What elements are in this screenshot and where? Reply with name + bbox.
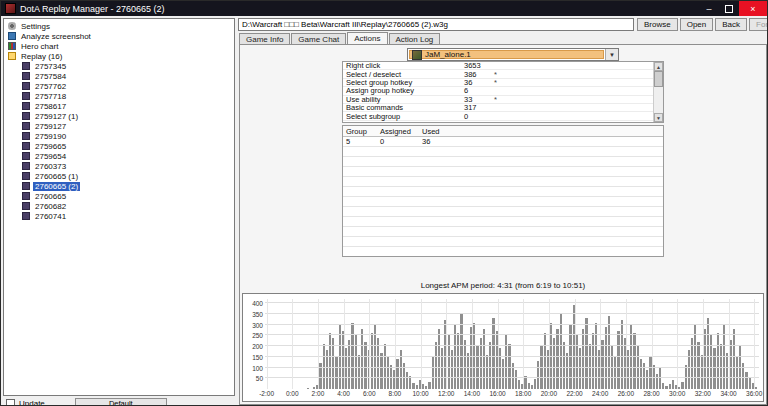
apm-bar [646,370,648,389]
sidebar-item-hero-chart[interactable]: Hero chart [4,41,234,51]
replay-item[interactable]: 2759665 [4,141,234,151]
groups-empty-row [343,187,663,197]
apm-bar [380,353,382,389]
maximize-button[interactable] [719,1,739,16]
stat-mark: * [494,95,506,104]
replay-item[interactable]: 2759190 [4,131,234,141]
replay-file-icon [22,82,30,90]
apm-bar [544,333,546,389]
replay-file-icon [22,152,30,160]
replay-item[interactable]: 2757762 [4,81,234,91]
apm-bar [665,386,667,389]
replay-item[interactable]: 2757345 [4,61,234,71]
back-button[interactable]: Back [715,18,747,31]
replay-item-label: 2760665 (1) [33,172,80,181]
replay-file-icon [22,122,30,130]
sidebar-item-replay-folder[interactable]: Replay (16) [4,51,234,61]
groups-empty-row [343,247,663,257]
stat-label: Give item / drop item [343,120,464,122]
y-axis-tick-label: 100 [245,364,263,371]
groups-header-cell: Group [343,127,380,136]
chart-icon [8,42,16,50]
x-axis-tick-label: 32:00 [695,390,711,397]
apm-bar [576,335,578,389]
groups-header-cell: Assigned [380,127,422,136]
player-select-value: JaM_alone.1 [409,50,604,59]
x-axis-tick-label: 6:00 [363,390,376,397]
groups-table: GroupAssignedUsed 5036 [342,125,664,257]
y-axis-tick-label: 200 [245,343,263,350]
scroll-track[interactable] [654,87,663,113]
groups-cell: 5 [343,137,380,146]
groups-empty-row [343,217,663,227]
apm-bar [483,329,485,389]
x-axis-tick-label: 8:00 [389,390,402,397]
apm-bar [614,357,616,389]
stat-mark: * [494,78,506,87]
title-bar: DotA Replay Manager - 2760665 (2) – × [1,1,767,16]
apm-bar [672,380,674,389]
groups-empty-row [343,197,663,207]
tab-action-log[interactable]: Action Log [389,33,441,44]
apm-bar [534,379,536,389]
apm-bar [579,348,581,389]
replay-item[interactable]: 2760665 (1) [4,171,234,181]
stats-scrollbar[interactable]: ▲ ▼ [653,62,663,122]
replay-item[interactable]: 2759127 [4,121,234,131]
apm-bar [422,384,424,389]
close-button[interactable]: × [739,1,767,16]
open-button[interactable]: Open [680,18,714,31]
minimize-button[interactable]: – [699,1,719,16]
browse-button[interactable]: Browse [637,18,678,31]
replay-path-input[interactable] [238,18,634,31]
replay-file-icon [22,142,30,150]
scroll-down-icon[interactable]: ▼ [654,113,663,122]
apm-bar [355,335,357,389]
replay-file-icon [22,102,30,110]
apm-bar [425,386,427,389]
scroll-up-icon[interactable]: ▲ [654,62,663,71]
player-select[interactable]: JaM_alone.1 ▼ [407,48,619,61]
sidebar-item-analyze-screenshot[interactable]: Analyze screenshot [4,31,234,41]
toolbar-buttons: BrowseOpenBackForward [637,18,768,31]
replay-item[interactable]: 2759127 (1) [4,111,234,121]
replay-file-icon [22,72,30,80]
apm-bar [528,383,530,389]
tab-game-info[interactable]: Game Info [239,33,290,44]
replay-item[interactable]: 2760665 [4,191,234,201]
default-button[interactable]: Default [75,398,167,406]
replay-item[interactable]: 2760665 (2) [4,181,234,191]
replay-item[interactable]: 2760741 [4,211,234,221]
apm-bar [537,361,539,389]
replay-item[interactable]: 2760373 [4,161,234,171]
apm-bar [707,318,709,389]
replay-item[interactable]: 2759654 [4,151,234,161]
scroll-thumb[interactable] [654,71,663,87]
y-axis-tick-label: 150 [245,353,263,360]
apm-bar [441,348,443,389]
chart-gridline-h [265,345,759,346]
tab-game-chat[interactable]: Game Chat [291,33,346,44]
replay-item[interactable]: 2758617 [4,101,234,111]
replay-item[interactable]: 2760682 [4,201,234,211]
y-axis-tick-label: 350 [245,311,263,318]
apm-bar [438,329,440,389]
apm-bar [582,329,584,389]
chart-gridline-v [498,299,499,389]
x-axis-tick-label: 2:00 [312,390,325,397]
replay-item[interactable]: 2757584 [4,71,234,81]
apm-bar [669,384,671,389]
groups-table-row[interactable]: 5036 [343,137,663,147]
sidebar-bottom-bar: Update Default [6,398,234,406]
chart-gridline-h [265,324,759,325]
replay-item-label: 2760741 [33,212,68,221]
tab-actions[interactable]: Actions [347,32,387,44]
chart-gridline-h [265,313,759,314]
replay-item-label: 2760665 [33,192,68,201]
replay-item[interactable]: 2757718 [4,91,234,101]
chart-gridline-v [292,299,293,389]
replay-file-icon [22,212,30,220]
chevron-down-icon[interactable]: ▼ [605,49,618,60]
update-checkbox[interactable] [6,399,15,406]
sidebar-item-settings[interactable]: Settings [4,21,234,31]
